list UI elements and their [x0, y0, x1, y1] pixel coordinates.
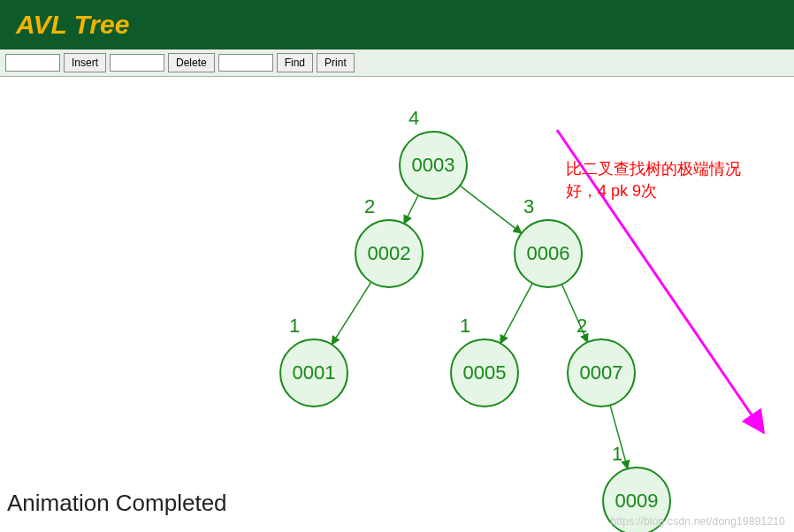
node-label: 0003 [412, 154, 455, 176]
find-button[interactable]: Find [277, 53, 313, 72]
find-input[interactable] [218, 54, 273, 72]
watermark-text: https://blog.csdn.net/dong19891210 [610, 515, 785, 528]
tree-edge [460, 186, 522, 233]
node-label: 0006 [527, 242, 570, 264]
node-height: 1 [460, 315, 470, 337]
page-title: AVL Tree [16, 10, 129, 40]
node-label: 0009 [615, 490, 659, 512]
node-label: 0007 [580, 361, 623, 384]
tree-node: 00072 [568, 315, 635, 407]
header: AVL Tree [0, 0, 794, 49]
tree-edge [332, 282, 371, 345]
tree-node: 00022 [355, 195, 423, 287]
tree-edge [404, 195, 418, 224]
print-button[interactable]: Print [317, 53, 355, 72]
insert-button[interactable]: Insert [64, 53, 106, 72]
tree-node: 00034 [400, 107, 467, 199]
insert-input[interactable] [5, 54, 60, 72]
node-height: 1 [612, 443, 622, 465]
node-label: 0005 [463, 361, 507, 384]
tree-node: 00063 [515, 195, 582, 287]
tree-canvas: 00034000220006300011000510007200091 比二叉查… [0, 77, 794, 532]
delete-input[interactable] [110, 54, 164, 72]
node-label: 0002 [368, 242, 411, 264]
toolbar: Insert Delete Find Print [0, 49, 794, 77]
node-height: 3 [523, 195, 534, 217]
node-label: 0001 [293, 361, 336, 384]
delete-button[interactable]: Delete [168, 53, 215, 72]
node-height: 1 [289, 315, 300, 337]
node-height: 2 [364, 195, 375, 217]
tree-edge [500, 284, 532, 344]
annotation-line2: 好，4 pk 9次 [566, 180, 741, 202]
node-height: 2 [576, 315, 587, 337]
tree-node: 00011 [280, 315, 347, 407]
tree-svg: 00034000220006300011000510007200091 [0, 77, 794, 532]
status-text: Animation Completed [7, 490, 227, 517]
node-height: 4 [408, 107, 419, 129]
annotation-line1: 比二叉查找树的极端情况 [566, 158, 741, 180]
annotation-note: 比二叉查找树的极端情况 好，4 pk 9次 [566, 158, 741, 202]
